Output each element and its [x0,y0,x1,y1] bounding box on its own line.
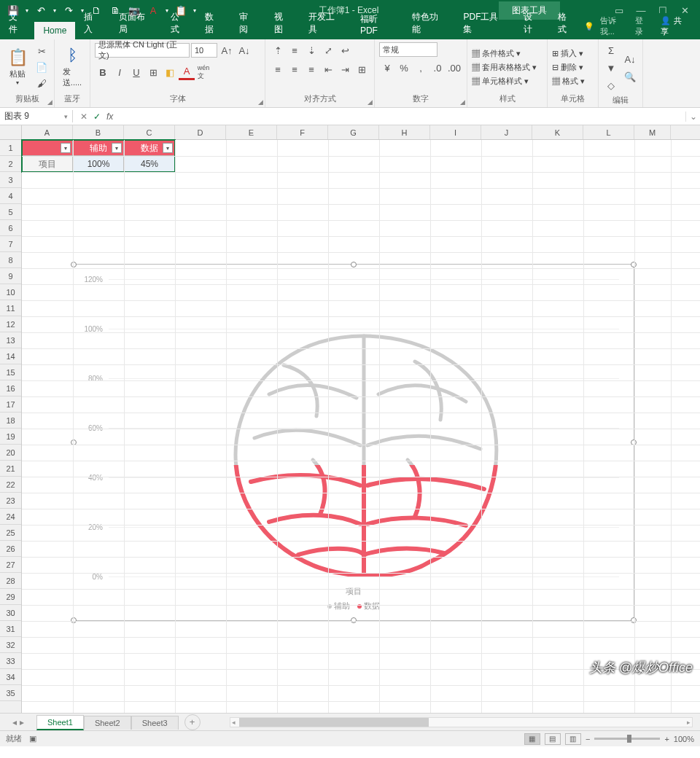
align-left-icon[interactable]: ≡ [270,61,286,77]
cell-styles-button[interactable]: ▦ 单元格样式 ▾ [472,76,537,87]
redo-icon[interactable]: ↷ [60,1,77,19]
table-format-button[interactable]: ▦ 套用表格格式 ▾ [472,62,537,73]
font-size-select[interactable]: 10 [191,43,217,58]
row-header-27[interactable]: 27 [0,557,21,573]
align-right-icon[interactable]: ≡ [303,61,319,77]
col-header-C[interactable]: C [124,125,175,139]
row-header-33[interactable]: 33 [0,653,21,669]
cell-a1[interactable]: ▾ [22,140,73,156]
number-format-select[interactable]: 常规 [379,42,438,57]
tab-layout[interactable]: 页面布局 [110,7,162,39]
font-name-select[interactable]: 思源黑体 CN Light (正文) [95,43,190,58]
col-header-D[interactable]: D [175,125,226,139]
autosum-icon[interactable]: Σ [603,42,619,58]
row-header-7[interactable]: 7 [0,236,21,252]
col-header-I[interactable]: I [430,125,481,139]
align-center-icon[interactable]: ≡ [287,61,303,77]
horizontal-scrollbar[interactable]: ◂▸ [230,717,693,727]
sheet-tab-2[interactable]: Sheet2 [84,716,131,730]
row-header-34[interactable]: 34 [0,669,21,685]
col-header-G[interactable]: G [328,125,379,139]
italic-icon[interactable]: I [112,64,128,80]
fx-icon[interactable]: fx [106,112,113,122]
row-header-12[interactable]: 12 [0,316,21,332]
share-button[interactable]: 👤 共享 [656,13,693,39]
row-header-23[interactable]: 23 [0,493,21,509]
cond-format-button[interactable]: ▦ 条件格式 ▾ [472,48,537,59]
worksheet-grid[interactable]: ABCDEFGHIJKLM 12345678910111213141516171… [0,125,700,713]
row-header-35[interactable]: 35 [0,685,21,701]
row-header-2[interactable]: 2 [0,156,21,172]
row-header-20[interactable]: 20 [0,445,21,461]
tab-dev[interactable]: 开发工具 [300,7,351,39]
row-header-19[interactable]: 19 [0,429,21,445]
format-cells-button[interactable]: ▦ 格式 ▾ [552,76,585,87]
comma-icon[interactable]: , [413,60,429,76]
clear-icon[interactable]: ◇ [603,77,619,93]
row-header-29[interactable]: 29 [0,589,21,605]
clipboard-launcher-icon[interactable]: ◢ [47,98,52,106]
percent-icon[interactable]: % [396,60,412,76]
orientation-icon[interactable]: ⤢ [320,42,336,58]
row-header-4[interactable]: 4 [0,188,21,204]
align-middle-icon[interactable]: ≡ [287,42,303,58]
border-icon[interactable]: ⊞ [145,64,161,80]
sheet-tab-3[interactable]: Sheet3 [131,716,179,730]
col-header-L[interactable]: L [583,125,634,139]
align-launcher-icon[interactable]: ◢ [368,98,373,106]
row-header-6[interactable]: 6 [0,220,21,236]
bluetooth-send-button[interactable]: ᛒ发 送..... [59,44,85,90]
row-header-15[interactable]: 15 [0,364,21,380]
expand-formula-icon[interactable]: ⌄ [685,112,700,122]
tab-formulas[interactable]: 公式 [162,7,196,39]
tab-review[interactable]: 审阅 [230,7,265,39]
dec-decimal-icon[interactable]: .00 [446,60,462,76]
find-icon[interactable]: 🔍 [622,69,638,85]
add-sheet-button[interactable]: + [184,714,201,730]
bold-icon[interactable]: B [95,64,111,80]
filter-arrow-icon[interactable]: ▾ [61,143,71,153]
zoom-in-icon[interactable]: + [664,735,669,743]
currency-icon[interactable]: ¥ [379,60,395,76]
zoom-level[interactable]: 100% [674,735,694,743]
copy-icon[interactable]: 📄 [34,60,50,74]
align-top-icon[interactable]: ⇡ [270,42,286,58]
row-header-21[interactable]: 21 [0,461,21,477]
cut-icon[interactable]: ✂ [34,44,50,58]
row-header-24[interactable]: 24 [0,509,21,525]
cell-c2[interactable]: 45% [124,156,175,172]
cell-c1[interactable]: 数据▾ [124,140,175,156]
row-header-5[interactable]: 5 [0,204,21,220]
row-header-25[interactable]: 25 [0,525,21,541]
row-header-31[interactable]: 31 [0,621,21,637]
login-button[interactable]: 登录 [635,15,650,37]
col-header-K[interactable]: K [532,125,583,139]
sort-filter-icon[interactable]: A↓ [622,51,638,67]
col-header-E[interactable]: E [226,125,277,139]
cell-a2[interactable]: 项目 [22,156,73,172]
tab-view[interactable]: 视图 [265,7,300,39]
row-header-22[interactable]: 22 [0,477,21,493]
fill-icon[interactable]: ▼ [603,60,619,76]
paste-button[interactable]: 📋粘贴▾ [4,47,31,87]
tab-design[interactable]: 设计 [515,7,549,39]
format-painter-icon[interactable]: 🖌 [34,76,50,90]
name-box[interactable]: 图表 9▾ [0,110,73,122]
row-header-8[interactable]: 8 [0,252,21,268]
row-header-17[interactable]: 17 [0,396,21,413]
chart-object[interactable]: 0%20%40%60%80%100%120% [73,264,634,621]
wrap-text-icon[interactable]: ↩ [337,42,353,58]
row-header-11[interactable]: 11 [0,300,21,316]
tab-home[interactable]: Home [34,22,75,39]
cancel-formula-icon[interactable]: ✕ [80,112,88,122]
undo-icon[interactable]: ↶ [32,1,50,19]
tab-format[interactable]: 格式 [549,7,583,39]
select-all-corner[interactable] [0,125,22,139]
number-launcher-icon[interactable]: ◢ [460,98,465,106]
tab-pdftools[interactable]: PDF工具集 [454,7,514,39]
font-launcher-icon[interactable]: ◢ [258,98,263,106]
align-bottom-icon[interactable]: ⇣ [303,42,319,58]
col-header-F[interactable]: F [277,125,328,139]
font-color-icon[interactable]: A [179,64,195,80]
tell-me-input[interactable]: 告诉我... [600,15,630,37]
